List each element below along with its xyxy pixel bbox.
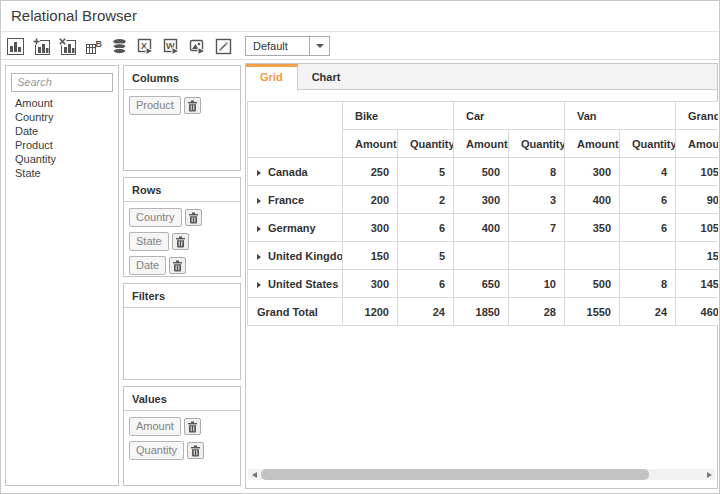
remove-field-button[interactable] xyxy=(172,233,189,250)
export-word-button[interactable]: W xyxy=(163,38,180,55)
column-group-van: Van xyxy=(565,102,676,130)
chip-label[interactable]: Country xyxy=(129,208,182,227)
remove-report-button[interactable] xyxy=(59,38,76,55)
remove-field-button[interactable] xyxy=(185,209,202,226)
pivot-view-panel: Grid Chart Bike Car Van Grand Total Amou… xyxy=(245,63,718,489)
value-header: Amount xyxy=(565,130,620,158)
row-header-germany[interactable]: Germany xyxy=(248,214,343,242)
row-header-canada[interactable]: Canada xyxy=(248,158,343,186)
remove-field-button[interactable] xyxy=(187,442,204,459)
pivot-grid: Bike Car Van Grand Total Amount Quantity… xyxy=(247,101,718,328)
search-input[interactable] xyxy=(11,73,113,92)
trash-icon xyxy=(172,260,183,272)
remove-field-button[interactable] xyxy=(184,418,201,435)
rows-section-title: Rows xyxy=(124,178,240,202)
cell: 1550 xyxy=(565,298,620,326)
cell: 5 xyxy=(398,242,454,270)
row-chip-country: Country xyxy=(129,208,202,227)
row-header-united-kingdom[interactable]: United Kingdom xyxy=(248,242,343,270)
tab-grid[interactable]: Grid xyxy=(246,64,298,91)
add-report-button[interactable] xyxy=(33,38,50,55)
report-combobox[interactable]: Default xyxy=(245,36,330,56)
new-report-button[interactable] xyxy=(7,38,24,55)
field-item-country[interactable]: Country xyxy=(6,110,118,124)
remove-field-button[interactable] xyxy=(169,257,186,274)
chip-label[interactable]: State xyxy=(129,232,169,251)
remove-field-button[interactable] xyxy=(184,97,201,114)
pivot-table: Bike Car Van Grand Total Amount Quantity… xyxy=(247,101,718,326)
trash-icon xyxy=(187,421,198,433)
report-combobox-value[interactable]: Default xyxy=(246,37,309,55)
page-title: Relational Browser xyxy=(1,1,719,31)
field-item-amount[interactable]: Amount xyxy=(6,96,118,110)
cell: 650 xyxy=(454,270,509,298)
cell xyxy=(620,242,676,270)
report-combobox-dropdown-button[interactable] xyxy=(309,37,329,55)
cell: 300 xyxy=(343,214,398,242)
chip-label[interactable]: Amount xyxy=(129,417,181,436)
cell: 4600 xyxy=(676,298,718,326)
scroll-right-button[interactable] xyxy=(703,469,715,480)
field-item-product[interactable]: Product xyxy=(6,138,118,152)
chip-label[interactable]: Product xyxy=(129,96,181,115)
cell xyxy=(565,242,620,270)
cell xyxy=(454,242,509,270)
field-item-date[interactable]: Date xyxy=(6,124,118,138)
columns-drop-area[interactable]: Product xyxy=(124,90,240,115)
trash-icon xyxy=(175,236,186,248)
cell: 900 xyxy=(676,186,718,214)
maximize-button[interactable] xyxy=(215,38,232,55)
cell: 10 xyxy=(509,270,565,298)
cell: 3 xyxy=(509,186,565,214)
row-header-united-states[interactable]: United States xyxy=(248,270,343,298)
export-pdf-button[interactable] xyxy=(189,38,206,55)
trash-icon xyxy=(187,100,198,112)
expand-icon[interactable] xyxy=(257,282,261,288)
horizontal-scrollbar[interactable] xyxy=(248,469,715,480)
scroll-left-button[interactable] xyxy=(248,469,260,480)
scroll-right-icon xyxy=(707,472,712,478)
cell: 5 xyxy=(398,158,454,186)
values-section: Values Amount Quantity xyxy=(123,386,241,486)
expand-icon[interactable] xyxy=(257,226,261,232)
rows-drop-area[interactable]: Country State Date xyxy=(124,202,240,275)
view-tabstrip: Grid Chart xyxy=(246,64,717,90)
relational-browser-window: { "window": { "title": "Relational Brows… xyxy=(0,0,720,494)
cell: 400 xyxy=(565,186,620,214)
cell: 8 xyxy=(509,158,565,186)
cell: 6 xyxy=(398,270,454,298)
cell: 300 xyxy=(565,158,620,186)
field-list-panel: Amount Country Date Product Quantity Sta… xyxy=(5,65,119,486)
value-header: Quantity xyxy=(509,130,565,158)
tab-chart[interactable]: Chart xyxy=(298,64,355,89)
expand-icon[interactable] xyxy=(257,254,261,260)
column-group-bike: Bike xyxy=(343,102,454,130)
database-button[interactable] xyxy=(111,38,128,55)
cell: 300 xyxy=(343,270,398,298)
cell: 24 xyxy=(620,298,676,326)
export-excel-button[interactable]: X xyxy=(137,38,154,55)
values-drop-area[interactable]: Amount Quantity xyxy=(124,411,240,460)
column-group-header-row: Bike Car Van Grand Total xyxy=(248,102,719,130)
rename-report-button[interactable]: B xyxy=(85,38,102,55)
expand-icon[interactable] xyxy=(257,170,261,176)
field-item-state[interactable]: State xyxy=(6,166,118,180)
cell: 1050 xyxy=(676,158,718,186)
chevron-down-icon xyxy=(316,44,324,48)
maximize-icon xyxy=(215,38,232,55)
cell: 1450 xyxy=(676,270,718,298)
row-chip-date: Date xyxy=(129,256,186,275)
chip-label[interactable]: Quantity xyxy=(129,441,184,460)
remove-report-icon xyxy=(59,38,76,55)
grid-corner-cell xyxy=(248,102,343,158)
cell: 28 xyxy=(509,298,565,326)
cell: 8 xyxy=(620,270,676,298)
field-item-quantity[interactable]: Quantity xyxy=(6,152,118,166)
row-header-france[interactable]: France xyxy=(248,186,343,214)
chip-label[interactable]: Date xyxy=(129,256,166,275)
columns-section: Columns Product xyxy=(123,65,241,171)
scrollbar-thumb[interactable] xyxy=(261,469,649,480)
filters-drop-area[interactable] xyxy=(124,308,240,314)
expand-icon[interactable] xyxy=(257,198,261,204)
cell: 4 xyxy=(620,158,676,186)
